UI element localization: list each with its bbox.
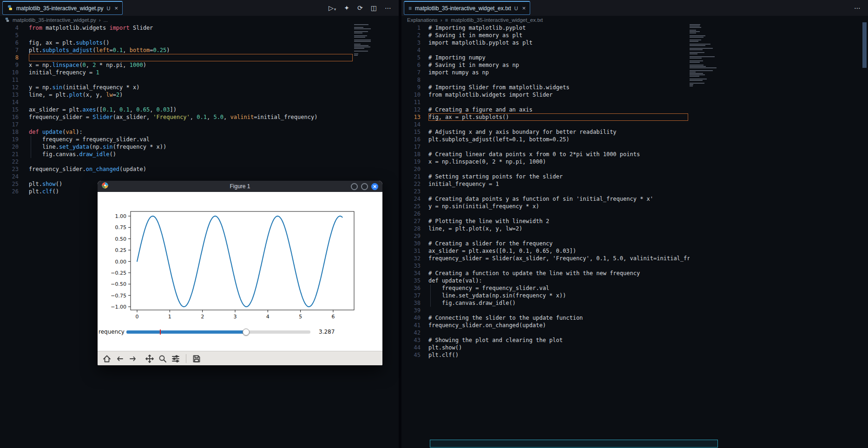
code-line[interactable]: 33 <box>401 262 690 270</box>
configure-subplots-icon[interactable] <box>171 354 180 363</box>
run-dropdown-icon[interactable]: ▾ <box>334 7 336 12</box>
code-line[interactable]: 35def update(val): <box>401 277 690 284</box>
close-tab-icon[interactable]: × <box>114 5 118 12</box>
figure-window[interactable]: Figure 1 ✕ 1.000.750.500.250.00−0.25−0.5… <box>98 181 382 365</box>
code-line[interactable]: 26 <box>401 210 690 217</box>
code-line[interactable]: 30# Creating a slider for the frequency <box>401 240 690 247</box>
back-icon[interactable] <box>115 354 125 363</box>
code-line[interactable]: 4 <box>401 46 690 54</box>
code-line[interactable]: 39 <box>401 307 690 314</box>
code-line[interactable]: 10initial_frequency = 1 <box>0 69 354 76</box>
frequency-slider-thumb[interactable] <box>243 329 250 336</box>
breadcrumb-folder[interactable]: Explanations <box>407 17 438 23</box>
close-window-button[interactable]: ✕ <box>371 183 378 190</box>
sine-plot[interactable]: 1.000.750.500.250.00−0.25−0.50−0.75−1.00… <box>98 192 382 351</box>
code-line[interactable]: 7plt.subplots_adjust(left=0.1, bottom=0.… <box>0 46 354 54</box>
minimap[interactable] <box>690 24 718 87</box>
code-line[interactable]: 18# Creating linear data points x from 0… <box>401 151 690 158</box>
code-line[interactable]: 9x = np.linspace(0, 2 * np.pi, 1000) <box>0 61 354 69</box>
code-line[interactable]: 36 frequency = frequency_slider.val <box>401 284 690 292</box>
code-line[interactable]: 11 <box>401 99 690 106</box>
editor-right-code[interactable]: 1# Importing matplotlib.pyplot2# Saving … <box>401 24 690 448</box>
code-line[interactable]: 4from matplotlib.widgets import Slider <box>0 24 354 32</box>
code-line[interactable]: 3import matplotlib.pyplot as plt <box>401 39 690 46</box>
code-line[interactable]: 16frequency_slider = Slider(ax_slider, '… <box>0 113 354 121</box>
sync-icon[interactable]: ⟳ <box>357 4 363 12</box>
close-tab-icon[interactable]: × <box>522 5 526 12</box>
code-line[interactable]: 19x = np.linspace(0, 2 * np.pi, 1000) <box>401 158 690 165</box>
breadcrumb-file[interactable]: matplotlib_35-interactive_widget.py <box>13 17 96 23</box>
code-line[interactable]: 13line, = plt.plot(x, y, lw=2) <box>0 91 354 99</box>
forward-icon[interactable] <box>128 354 138 363</box>
vertical-scrollbar-thumb[interactable] <box>862 22 867 68</box>
code-line[interactable]: 28line, = plt.plot(x, y, lw=2) <box>401 225 690 232</box>
code-line[interactable]: 38 fig.canvas.draw_idle() <box>401 299 690 307</box>
code-line[interactable]: 22 <box>0 158 354 165</box>
code-line[interactable]: 11 <box>0 76 354 84</box>
code-line[interactable]: 12y = np.sin(initial_frequency * x) <box>0 84 354 91</box>
breadcrumb-symbol[interactable]: ... <box>103 17 108 23</box>
code-line[interactable]: 31ax_slider = plt.axes([0.1, 0.1, 0.65, … <box>401 247 690 255</box>
vertical-scrollbar[interactable] <box>862 22 867 445</box>
code-line[interactable]: 15# Adjusting x and y axis boundary for … <box>401 128 690 136</box>
code-line[interactable]: 19 frequency = frequency_slider.val <box>0 136 354 143</box>
code-line[interactable]: 9# Importing Slider from matplotlib.widg… <box>401 84 690 91</box>
minimize-button[interactable] <box>351 183 358 190</box>
sparkle-icon[interactable]: ✦ <box>344 4 349 12</box>
code-line[interactable]: 2# Saving it in memory as plt <box>401 32 690 39</box>
code-line[interactable]: 24 <box>0 173 354 180</box>
code-line[interactable]: 16plt.subplots_adjust(left=0.1, bottom=0… <box>401 136 690 143</box>
code-line[interactable]: 40# Connecting the slider to the update … <box>401 314 690 322</box>
code-line[interactable]: 17 <box>401 143 690 151</box>
run-button[interactable]: ▷ ▾ <box>329 4 336 12</box>
breadcrumb-file[interactable]: matplotlib_35-interactive_widget_ex.txt <box>451 17 543 23</box>
code-line[interactable]: 14 <box>401 121 690 128</box>
code-line[interactable]: 1# Importing matplotlib.pyplot <box>401 24 690 32</box>
code-line[interactable]: 5# Importing numpy <box>401 54 690 61</box>
code-line[interactable]: 42 <box>401 329 690 336</box>
minimap[interactable] <box>354 24 372 56</box>
code-line[interactable]: 41frequency_slider.on_changed(update) <box>401 322 690 329</box>
code-line[interactable]: 43# Showing the plot and clearing the pl… <box>401 336 690 344</box>
code-line[interactable]: 6fig, ax = plt.subplots() <box>0 39 354 46</box>
code-line[interactable]: 29 <box>401 232 690 240</box>
code-line[interactable]: 44plt.show() <box>401 344 690 351</box>
figure-titlebar[interactable]: Figure 1 ✕ <box>98 181 382 192</box>
code-line[interactable]: 34# Creating a function to update the li… <box>401 270 690 277</box>
more-actions-icon[interactable]: ⋯ <box>854 4 861 12</box>
code-line[interactable]: 13fig, ax = plt.subplots() <box>401 113 690 121</box>
figure-canvas[interactable]: 1.000.750.500.250.00−0.25−0.50−0.75−1.00… <box>98 192 382 351</box>
frequency-slider-track[interactable] <box>126 330 310 334</box>
code-line[interactable]: 15ax_slider = plt.axes([0.1, 0.1, 0.65, … <box>0 106 354 113</box>
code-line[interactable]: 6# Saving it in memory as np <box>401 61 690 69</box>
code-line[interactable]: 5 <box>0 32 354 39</box>
code-line[interactable]: 22initial_frequency = 1 <box>401 180 690 188</box>
code-line[interactable]: 37 line.set_ydata(np.sin(frequency * x)) <box>401 292 690 299</box>
maximize-button[interactable] <box>361 183 368 190</box>
code-line[interactable]: 24# Creating data points y as function o… <box>401 195 690 203</box>
code-line[interactable]: 20 line.set_ydata(np.sin(frequency * x)) <box>0 143 354 151</box>
home-icon[interactable] <box>102 354 112 363</box>
code-line[interactable]: 23 <box>401 188 690 195</box>
code-line[interactable]: 8 <box>0 54 354 61</box>
code-line[interactable]: 14 <box>0 99 354 106</box>
code-line[interactable]: 21# Setting starting points for the slid… <box>401 173 690 180</box>
more-actions-icon[interactable]: ⋯ <box>385 4 391 12</box>
code-line[interactable]: 7import numpy as np <box>401 69 690 76</box>
code-line[interactable]: 20 <box>401 165 690 173</box>
code-line[interactable]: 45plt.clf() <box>401 351 690 359</box>
zoom-icon[interactable] <box>158 354 167 363</box>
code-line[interactable]: 18def update(val): <box>0 128 354 136</box>
code-line[interactable]: 8 <box>401 76 690 84</box>
save-icon[interactable] <box>192 354 201 363</box>
code-line[interactable]: 23frequency_slider.on_changed(update) <box>0 165 354 173</box>
editor-split-sash[interactable] <box>399 0 401 448</box>
horizontal-scrollbar-thumb[interactable] <box>430 440 718 448</box>
code-line[interactable]: 10from matplotlib.widgets import Slider <box>401 91 690 99</box>
tab-python-file[interactable]: matplotlib_35-interactive_widget.py U × <box>2 1 123 15</box>
code-line[interactable]: 17 <box>0 121 354 128</box>
split-editor-icon[interactable]: ◫ <box>371 4 377 12</box>
code-line[interactable]: 27# Plotting the line with linewidth 2 <box>401 217 690 225</box>
code-line[interactable]: 12# Creating a figure and an axis <box>401 106 690 113</box>
pan-icon[interactable] <box>145 354 154 363</box>
